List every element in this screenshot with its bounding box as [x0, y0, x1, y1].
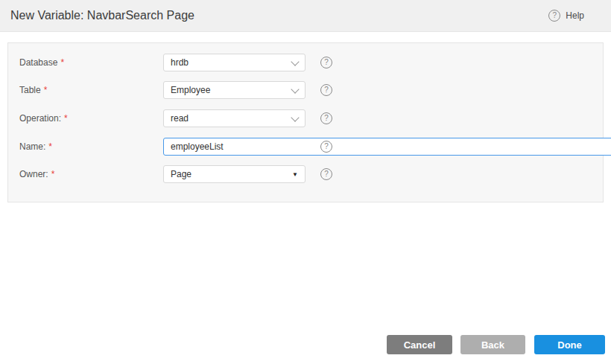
database-label-text: Database	[19, 57, 57, 68]
chevron-down-icon	[291, 85, 299, 93]
operation-required-asterisk: *	[64, 113, 68, 124]
table-required-asterisk: *	[44, 85, 48, 95]
name-input[interactable]	[163, 138, 611, 156]
owner-required-asterisk: *	[51, 169, 55, 179]
table-label: Table*	[19, 85, 47, 95]
name-label-text: Name:	[19, 141, 45, 152]
database-required-asterisk: *	[60, 57, 64, 68]
operation-help-icon[interactable]: ?	[320, 112, 332, 124]
back-button[interactable]: Back	[460, 335, 525, 354]
owner-help-icon[interactable]: ?	[320, 168, 332, 180]
database-help-icon[interactable]: ?	[320, 57, 332, 68]
table-dropdown[interactable]: Employee	[163, 81, 306, 99]
name-label: Name:*	[19, 141, 52, 152]
page-title: New Variable: NavbarSearch Page	[10, 9, 194, 22]
form-row-table: Table* Employee ?	[19, 81, 593, 99]
table-dropdown-value: Employee	[171, 85, 210, 95]
table-label-text: Table	[19, 85, 41, 95]
chevron-down-icon	[291, 113, 299, 121]
operation-label-text: Operation:	[19, 113, 61, 124]
form-row-operation: Operation:* read ?	[19, 109, 593, 127]
operation-label: Operation:*	[19, 113, 68, 124]
help-label: Help	[566, 10, 584, 21]
form-row-owner: Owner:* Page ▼ ?	[19, 165, 593, 183]
owner-label: Owner:*	[19, 169, 54, 179]
database-label: Database*	[19, 57, 64, 68]
table-help-icon[interactable]: ?	[320, 84, 332, 96]
database-dropdown-value: hrdb	[171, 57, 189, 68]
owner-label-text: Owner:	[19, 169, 48, 179]
name-help-icon[interactable]: ?	[320, 141, 332, 153]
done-button[interactable]: Done	[534, 335, 605, 354]
operation-dropdown[interactable]: read	[163, 109, 306, 127]
help-icon: ?	[548, 10, 560, 22]
owner-select-value: Page	[171, 169, 191, 179]
chevron-down-icon	[291, 57, 299, 66]
owner-select[interactable]: Page ▼	[163, 165, 306, 183]
form-panel: Database* hrdb ? Table* Employee ? Opera…	[7, 42, 604, 202]
name-required-asterisk: *	[48, 141, 52, 152]
help-link[interactable]: ? Help	[548, 10, 584, 22]
caret-down-icon: ▼	[292, 171, 298, 178]
dialog-header: New Variable: NavbarSearch Page ? Help	[0, 0, 611, 32]
database-dropdown[interactable]: hrdb	[163, 54, 306, 71]
cancel-button[interactable]: Cancel	[387, 335, 452, 354]
operation-dropdown-value: read	[171, 113, 189, 124]
form-row-database: Database* hrdb ?	[19, 54, 593, 71]
form-row-name: Name:* ?	[19, 138, 593, 156]
